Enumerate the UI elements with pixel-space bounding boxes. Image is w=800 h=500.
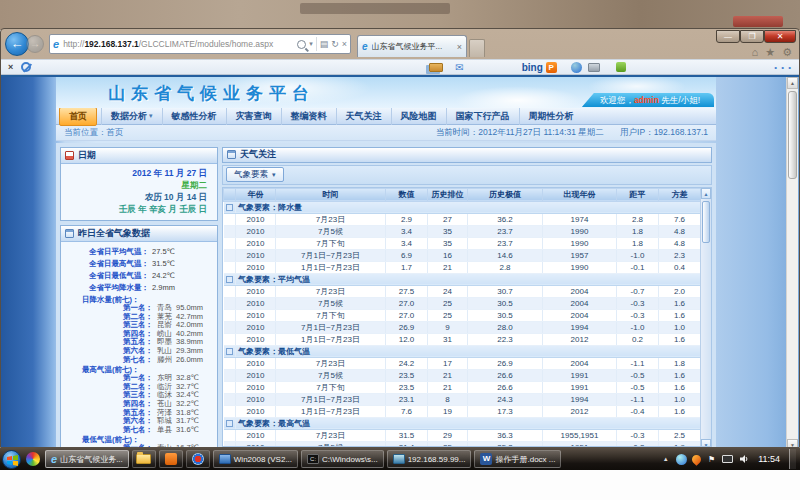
group-title: 气象要素：最低气温 — [236, 345, 701, 357]
minimize-button[interactable]: — — [716, 30, 740, 43]
show-desktop-button[interactable] — [789, 449, 796, 469]
taskbar-task-active[interactable]: e 山东省气候业务... — [45, 450, 129, 468]
group-toggle-cell — [224, 417, 236, 429]
group-toggle[interactable] — [226, 420, 233, 427]
cell: 24.3 — [468, 393, 543, 405]
refresh-icon[interactable]: ↻ — [331, 39, 339, 49]
taskbar-app-button[interactable] — [159, 450, 183, 468]
taskbar-explorer-button[interactable] — [132, 450, 156, 468]
scroll-up-icon[interactable]: ▲ — [701, 188, 711, 199]
cell: 2010 — [236, 357, 276, 369]
input-method-icon[interactable]: P — [546, 62, 557, 73]
app-icon — [165, 453, 177, 465]
taskbar-task-3[interactable]: W操作手册.docx ... — [474, 450, 561, 468]
home-icon[interactable]: ⌂ — [752, 46, 759, 59]
search-icon[interactable] — [297, 40, 306, 49]
favorites-star-icon[interactable]: ★ — [765, 46, 775, 59]
new-tab-button[interactable] — [469, 39, 485, 57]
cell: 2010 — [236, 441, 276, 447]
tools-gear-icon[interactable]: ⚙ — [782, 46, 792, 59]
group-toggle[interactable] — [226, 204, 233, 211]
cell: -0.4 — [617, 405, 659, 417]
rank-label: 第七名： — [61, 426, 153, 435]
nav-item-1[interactable]: 数据分析▾ — [101, 108, 162, 125]
table-row: 20107月下旬27.02530.52004-0.31.6 — [224, 309, 701, 321]
scroll-down-icon[interactable]: ▼ — [701, 439, 711, 447]
scrollbar-thumb[interactable] — [788, 91, 797, 179]
browser-tab[interactable]: e 山东省气候业务平... × — [357, 35, 467, 57]
maximize-button[interactable]: ❐ — [740, 30, 764, 43]
cell: 2.0 — [659, 285, 701, 297]
cell: 25 — [428, 297, 468, 309]
cell: 1955,1951 — [543, 429, 617, 441]
group-title: 气象要素：降水量 — [236, 201, 701, 213]
cell: 26.9 — [468, 357, 543, 369]
url-scheme: http:// — [63, 39, 84, 49]
nav-item-3[interactable]: 灾害查询 — [226, 108, 281, 125]
start-button[interactable] — [2, 450, 21, 469]
nav-item-6[interactable]: 风险地图 — [391, 108, 446, 125]
nav-item-7[interactable]: 国家下行产品 — [446, 108, 519, 125]
element-dropdown-button[interactable]: 气象要素 ▾ — [226, 167, 284, 182]
bing-logo[interactable]: bing — [522, 62, 543, 73]
messenger-icon[interactable] — [571, 62, 582, 73]
screenshot-icon[interactable] — [588, 63, 600, 72]
plugin-icon[interactable] — [616, 62, 626, 72]
security-tray-icon[interactable] — [690, 453, 703, 466]
close-button[interactable]: ✕ — [764, 30, 796, 43]
group-toggle[interactable] — [226, 276, 233, 283]
cell: 1.6 — [659, 381, 701, 393]
gregorian-date: 2012 年 11 月 27 日 — [71, 167, 207, 179]
cell: 23.5 — [386, 381, 428, 393]
taskbar-task-1[interactable]: C:C:\Windows\s... — [301, 450, 384, 468]
messenger-tray-icon[interactable] — [676, 454, 687, 465]
stat-value: 31.5℃ — [152, 258, 175, 270]
nav-item-5[interactable]: 天气关注 — [336, 108, 391, 125]
scrollbar-thumb[interactable] — [702, 201, 710, 243]
stop-icon[interactable]: × — [342, 39, 347, 49]
taskbar-task-0[interactable]: Win2008 (VS2... — [213, 450, 298, 468]
station-value: 26.0mm — [176, 356, 203, 365]
date-panel: 日期 2012 年 11 月 27 日 星期二 农历 10 月 14 日 壬辰 … — [60, 147, 218, 221]
mail-icon[interactable]: ✉ — [455, 62, 463, 73]
user-ip: 用户IP：192.168.137.1 — [620, 127, 708, 137]
page-content: 山东省气候业务平台 欢迎您，admin 先生/小姐! 首页数据分析▾敏感性分析灾… — [56, 77, 716, 448]
nav-item-8[interactable]: 周期性分析 — [519, 108, 583, 125]
cell: 2010 — [236, 237, 276, 249]
taskbar-clock[interactable]: 11:54 — [758, 454, 780, 464]
action-center-flag-icon[interactable]: ⚑ — [706, 454, 717, 465]
group-toggle[interactable] — [226, 348, 233, 355]
grid-scrollbar[interactable]: ▲ ▼ — [700, 188, 711, 447]
forward-button[interactable]: → — [26, 35, 44, 53]
cell: 27.0 — [386, 297, 428, 309]
nav-item-2[interactable]: 敏感性分析 — [162, 108, 226, 125]
nav-item-0[interactable]: 首页 — [59, 107, 97, 126]
cell: 7月5候 — [276, 369, 386, 381]
volume-icon[interactable] — [738, 454, 749, 465]
chevron-down-icon[interactable]: ▾ — [309, 40, 313, 48]
blocked-icon[interactable] — [21, 62, 31, 72]
task-label: C:\Windows\s... — [322, 455, 378, 464]
overflow-menu-icon[interactable]: • • • — [774, 63, 792, 72]
stat-row: 全省日平均气温：27.5℃ — [61, 246, 217, 258]
column-header: 年份 — [236, 188, 276, 201]
page-viewport: 山东省气候业务平台 欢迎您，admin 先生/小姐! 首页数据分析▾敏感性分析灾… — [1, 75, 799, 448]
cell: 2010 — [236, 321, 276, 333]
browser-scrollbar[interactable]: ▲ ▼ — [786, 77, 798, 448]
scroll-up-icon[interactable]: ▲ — [787, 77, 798, 89]
taskbar-task-2[interactable]: 192.168.59.99... — [387, 450, 472, 468]
compatibility-view-icon[interactable]: ▤ — [320, 39, 329, 49]
nav-item-4[interactable]: 整编资料 — [281, 108, 336, 125]
cell: 26.6 — [468, 381, 543, 393]
taskbar-media-button[interactable] — [186, 450, 210, 468]
row-indent-cell — [224, 249, 236, 261]
scroll-down-icon[interactable]: ▼ — [787, 439, 798, 448]
pinwheel-icon[interactable] — [26, 452, 40, 466]
station-name: 单县 — [157, 426, 172, 435]
show-hidden-icons[interactable]: ▲ — [660, 454, 671, 465]
network-icon[interactable] — [722, 455, 733, 463]
address-bar[interactable]: e http://192.168.137.1/GLCCLIMATE/module… — [49, 34, 351, 54]
close-toolbar-icon[interactable]: × — [8, 62, 13, 72]
cards-icon[interactable] — [429, 63, 443, 72]
tab-close-icon[interactable]: × — [457, 42, 462, 52]
